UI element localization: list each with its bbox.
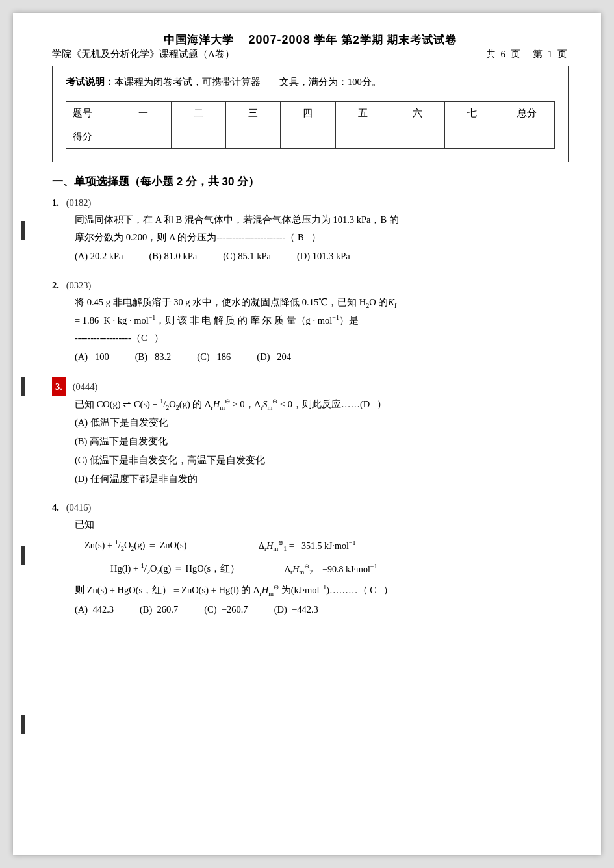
score-3[interactable]	[225, 125, 280, 149]
course-name: 无机及分析化学	[81, 49, 149, 59]
col-header-0: 题号	[66, 102, 116, 125]
score-6[interactable]	[390, 125, 444, 149]
exam-note: 考试说明：本课程为闭卷考试，可携带计算器____文具，满分为：100分。	[66, 74, 555, 90]
q4-body: 已知 Zn(s) + 1/2O2(g) ＝ ZnO(s) ΔrHm⊖1 = −3…	[75, 516, 569, 600]
score-1[interactable]	[116, 125, 171, 149]
score-5[interactable]	[335, 125, 390, 149]
q2-body: 将 0.45 g 非电解质溶于 30 g 水中，使水的凝固点降低 0.15℃，已…	[75, 294, 569, 347]
col-header-3: 三	[225, 102, 280, 125]
score-2[interactable]	[171, 125, 225, 149]
question-2: 2. (0323) 将 0.45 g 非电解质溶于 30 g 水中，使水的凝固点…	[52, 277, 569, 366]
q1-body: 同温同体积下，在 A 和 B 混合气体中，若混合气体总压力为 101.3 kPa…	[75, 211, 569, 246]
q2-options: (A) 100 (B) 83.2 (C) 186 (D) 204	[75, 348, 569, 366]
question-4: 4. (0416) 已知 Zn(s) + 1/2O2(g) ＝ ZnO(s) Δ…	[52, 499, 569, 619]
col-header-1: 一	[116, 102, 171, 125]
q2-num: 2.	[52, 280, 59, 290]
q4-eq2-left: Hg(l) + 1/2O2(g) ＝ HgO(s，红）	[110, 559, 279, 579]
col-header-2: 二	[171, 102, 225, 125]
col-header-8: 总分	[500, 102, 554, 125]
score-table-row1: 题号 一 二 三 四 五 六 七 总分	[66, 102, 555, 125]
q4-equations: Zn(s) + 1/2O2(g) ＝ ZnO(s) ΔrHm⊖1 = −351.…	[84, 536, 569, 579]
score-table: 题号 一 二 三 四 五 六 七 总分 得分	[66, 101, 555, 149]
col-header-6: 六	[390, 102, 444, 125]
question-3: 3. (0444) 已知 CO(g) ⇌ C(s) + 1/2O2(g) 的 Δ…	[52, 377, 569, 488]
subtitle-text: 学院《无机及分析化学》课程试题（A卷）	[52, 48, 235, 60]
semester-num: 2	[353, 34, 359, 46]
question-1: 1. (0182) 同温同体积下，在 A 和 B 混合气体中，若混合气体总压力为…	[52, 194, 569, 265]
q4-eq1-left: Zn(s) + 1/2O2(g) ＝ ZnO(s)	[84, 536, 253, 555]
exam-box: 考试说明：本课程为闭卷考试，可携带计算器____文具，满分为：100分。 题号 …	[52, 66, 569, 162]
exam-page: 中国海洋大学 2007-2008 学年 第2学期 期末考试试卷 学院《无机及分析…	[13, 13, 601, 855]
q1-opt-d: (D) 101.3 kPa	[297, 248, 350, 265]
q2-options-row: (A) 100 (B) 83.2 (C) 186 (D) 204	[75, 348, 569, 366]
q4-body-pre: 已知	[75, 516, 569, 533]
q2-opt-a: (A) 100	[75, 348, 109, 366]
q2-opt-c: (C) 186	[197, 348, 231, 366]
exam-note-label: 考试说明：	[66, 77, 114, 87]
q4-eq1-right: ΔrHm⊖1 = −351.5 kJ·mol−1	[259, 537, 355, 555]
q4-opt-b: (B) 260.7	[140, 601, 178, 619]
q3-options: (A) 低温下是自发变化 (B) 高温下是自发变化 (C) 低温下是非自发变化，…	[75, 414, 569, 487]
q4-opt-c: (C) −260.7	[204, 601, 248, 619]
exam-note-text1: 本课程为闭卷考试，可携带	[114, 77, 231, 87]
exam-note-text2: 文具，满分为：100分。	[279, 77, 381, 87]
q1-opt-c: (C) 85.1 kPa	[223, 248, 271, 265]
q4-options-row: (A) 442.3 (B) 260.7 (C) −260.7 (D) −442.…	[75, 601, 569, 619]
header-title: 中国海洋大学 2007-2008 学年 第2学期 期末考试试卷	[52, 32, 569, 47]
score-7[interactable]	[445, 125, 500, 149]
section1-title: 一、单项选择题（每小题 2 分，共 30 分）	[52, 174, 569, 189]
score-total[interactable]	[500, 125, 554, 149]
page-info: 共 6 页 第 1 页	[486, 48, 569, 60]
q3-opt-d: (D) 任何温度下都是非自发的	[75, 470, 569, 488]
col-header-5: 五	[335, 102, 390, 125]
q4-eq2-right: ΔrHm⊖2 = −90.8 kJ·mol−1	[285, 560, 377, 579]
score-label: 得分	[66, 125, 116, 149]
title-post: 学期 期末考试试卷	[360, 34, 457, 46]
q2-opt-d: (D) 204	[257, 348, 291, 366]
q1-num: 1.	[52, 198, 59, 208]
q3-code: (0444)	[68, 381, 98, 392]
q4-opt-d: (D) −442.3	[274, 601, 318, 619]
q1-opt-b: (B) 81.0 kPa	[149, 248, 198, 265]
q3-body: 已知 CO(g) ⇌ C(s) + 1/2O2(g) 的 ΔrHm⊖ > 0，Δ…	[75, 396, 569, 414]
left-marks	[21, 13, 26, 855]
q1-opt-a: (A) 20.2 kPa	[75, 248, 123, 265]
q3-opt-a: (A) 低温下是自发变化	[75, 414, 569, 431]
q2-code: (0323)	[62, 280, 92, 290]
q1-options: (A) 20.2 kPa (B) 81.0 kPa (C) 85.1 kPa (…	[75, 248, 569, 265]
q3-opt-c: (C) 低温下是非自发变化，高温下是自发变化	[75, 452, 569, 469]
q4-eq1: Zn(s) + 1/2O2(g) ＝ ZnO(s) ΔrHm⊖1 = −351.…	[84, 536, 569, 555]
left-mark-2	[21, 377, 25, 396]
q3-options-col: (A) 低温下是自发变化 (B) 高温下是自发变化 (C) 低温下是非自发变化，…	[75, 414, 569, 487]
header-section: 中国海洋大学 2007-2008 学年 第2学期 期末考试试卷 学院《无机及分析…	[52, 32, 569, 60]
q4-eq2: Hg(l) + 1/2O2(g) ＝ HgO(s，红） ΔrHm⊖2 = −90…	[110, 559, 569, 579]
year-range: 2007-2008	[249, 33, 311, 46]
header-line2: 学院《无机及分析化学》课程试题（A卷） 共 6 页 第 1 页	[52, 48, 569, 60]
title-mid: 学年 第	[314, 34, 353, 46]
exam-note-underline: 计算器	[231, 77, 261, 87]
q1-code: (0182)	[62, 198, 92, 208]
q4-options: (A) 442.3 (B) 260.7 (C) −260.7 (D) −442.…	[75, 601, 569, 619]
exam-note-blank: ____	[261, 77, 279, 87]
q4-code: (0416)	[62, 502, 92, 513]
q4-num: 4.	[52, 502, 59, 513]
col-header-7: 七	[445, 102, 500, 125]
q4-opt-a: (A) 442.3	[75, 601, 114, 619]
q4-body-post: 则 Zn(s) + HgO(s，红）＝ZnO(s) + Hg(l) 的 ΔrHm…	[75, 581, 569, 600]
left-mark-3	[21, 546, 25, 565]
q3-num: 3.	[52, 377, 66, 396]
score-table-row2: 得分	[66, 125, 555, 149]
q2-opt-b: (B) 83.2	[135, 348, 172, 366]
col-header-4: 四	[281, 102, 335, 125]
left-mark-4	[21, 715, 25, 734]
university-name: 中国海洋大学	[164, 34, 234, 46]
q3-opt-b: (B) 高温下是自发变化	[75, 433, 569, 450]
score-4[interactable]	[281, 125, 335, 149]
left-mark-1	[21, 221, 25, 240]
q1-options-row: (A) 20.2 kPa (B) 81.0 kPa (C) 85.1 kPa (…	[75, 248, 569, 265]
